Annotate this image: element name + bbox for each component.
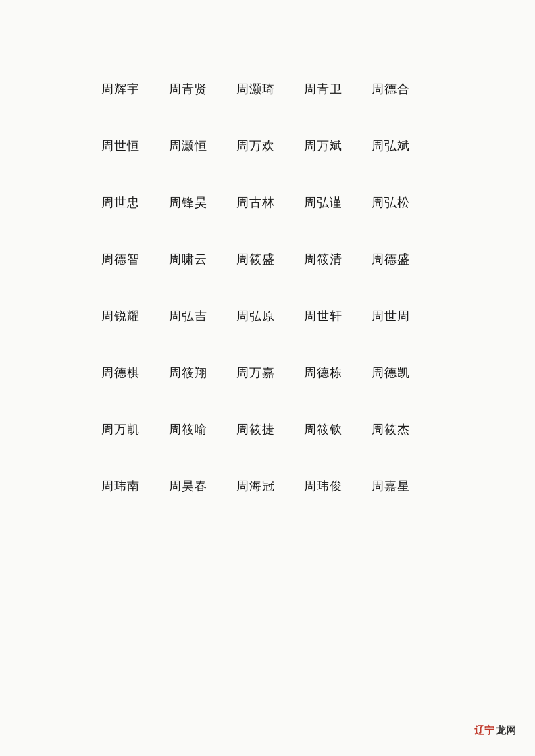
name-item: 周筱清 xyxy=(304,251,372,267)
name-item: 周筱翔 xyxy=(169,364,236,381)
name-item: 周筱喻 xyxy=(169,421,236,437)
names-row-5: 周锐耀周弘吉周弘原周世轩周世周 xyxy=(101,308,434,324)
names-row-2: 周世恒周灏恒周万欢周万斌周弘斌 xyxy=(101,138,434,154)
name-item: 周德盛 xyxy=(372,251,439,267)
name-item: 周世轩 xyxy=(304,308,372,324)
name-item: 周德智 xyxy=(101,251,169,267)
name-item: 周德栋 xyxy=(304,364,372,381)
name-item: 周万欢 xyxy=(236,138,304,154)
name-item: 周筱捷 xyxy=(236,421,304,437)
name-item: 周玮俊 xyxy=(304,478,372,494)
name-item: 周德合 xyxy=(372,81,439,97)
names-row-6: 周德棋周筱翔周万嘉周德栋周德凯 xyxy=(101,364,434,381)
name-item: 周青贤 xyxy=(169,81,236,97)
names-row-3: 周世忠周锋昊周古林周弘谨周弘松 xyxy=(101,194,434,211)
name-item: 周弘原 xyxy=(236,308,304,324)
names-row-7: 周万凯周筱喻周筱捷周筱钦周筱杰 xyxy=(101,421,434,437)
name-item: 周世忠 xyxy=(101,194,169,211)
names-row-8: 周玮南周昊春周海冠周玮俊周嘉星 xyxy=(101,478,434,494)
name-item: 周昊春 xyxy=(169,478,236,494)
names-row-1: 周辉宇周青贤周灏琦周青卫周德合 xyxy=(101,81,434,97)
name-item: 周筱杰 xyxy=(372,421,439,437)
name-item: 周筱盛 xyxy=(236,251,304,267)
watermark: 辽宁 龙网 xyxy=(474,724,516,737)
name-item: 周玮南 xyxy=(101,478,169,494)
name-item: 周古林 xyxy=(236,194,304,211)
name-item: 周灏琦 xyxy=(236,81,304,97)
name-item: 周世恒 xyxy=(101,138,169,154)
name-item: 周锋昊 xyxy=(169,194,236,211)
name-item: 周锐耀 xyxy=(101,308,169,324)
name-item: 周辉宇 xyxy=(101,81,169,97)
name-item: 周弘谨 xyxy=(304,194,372,211)
name-item: 周德凯 xyxy=(372,364,439,381)
watermark-text-liao: 辽宁 xyxy=(474,724,494,737)
name-item: 周万斌 xyxy=(304,138,372,154)
name-item: 周德棋 xyxy=(101,364,169,381)
name-item: 周筱钦 xyxy=(304,421,372,437)
name-item: 周世周 xyxy=(372,308,439,324)
name-item: 周万嘉 xyxy=(236,364,304,381)
name-item: 周万凯 xyxy=(101,421,169,437)
name-item: 周弘松 xyxy=(372,194,439,211)
watermark-text-long: 龙网 xyxy=(496,724,516,737)
names-row-4: 周德智周啸云周筱盛周筱清周德盛 xyxy=(101,251,434,267)
name-item: 周海冠 xyxy=(236,478,304,494)
name-item: 周灏恒 xyxy=(169,138,236,154)
names-container: 周辉宇周青贤周灏琦周青卫周德合周世恒周灏恒周万欢周万斌周弘斌周世忠周锋昊周古林周… xyxy=(0,0,535,589)
name-item: 周青卫 xyxy=(304,81,372,97)
name-item: 周啸云 xyxy=(169,251,236,267)
name-item: 周弘吉 xyxy=(169,308,236,324)
name-item: 周弘斌 xyxy=(372,138,439,154)
name-item: 周嘉星 xyxy=(372,478,439,494)
